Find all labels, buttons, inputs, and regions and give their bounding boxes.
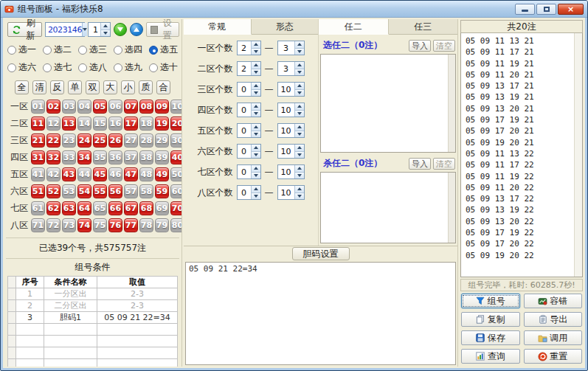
spin-up-icon[interactable] <box>252 145 260 152</box>
组号-button[interactable]: 组号 <box>461 294 520 308</box>
number-ball-41[interactable]: 41 <box>31 167 45 181</box>
spin-up-icon[interactable] <box>295 186 304 193</box>
number-ball-72[interactable]: 72 <box>46 218 60 232</box>
ren-textarea[interactable] <box>320 54 456 153</box>
number-ball-63[interactable]: 63 <box>62 201 76 215</box>
number-ball-32[interactable]: 32 <box>46 150 60 164</box>
number-ball-74[interactable]: 74 <box>77 218 91 232</box>
play-option-选二[interactable]: 选二 <box>43 44 72 56</box>
play-option-选四[interactable]: 选四 <box>114 44 142 56</box>
spin-down-icon[interactable] <box>295 111 304 117</box>
number-ball-75[interactable]: 75 <box>93 218 107 232</box>
number-ball-22[interactable]: 22 <box>46 134 60 148</box>
number-ball-53[interactable]: 53 <box>62 184 76 198</box>
number-ball-50[interactable]: 50 <box>170 167 182 181</box>
spin-up-icon[interactable] <box>252 62 260 69</box>
spin-up-icon[interactable] <box>295 165 304 173</box>
condition-row[interactable]: 1一分区出2-3 <box>8 288 178 300</box>
number-ball-79[interactable]: 79 <box>155 218 169 232</box>
min-count-stepper[interactable]: 0 <box>237 103 261 117</box>
min-count-stepper[interactable]: 0 <box>237 144 261 159</box>
spin-down-icon[interactable] <box>252 49 260 55</box>
filter-button-清[interactable]: 清 <box>32 80 46 94</box>
spin-up-icon[interactable] <box>252 103 260 111</box>
import-button[interactable]: 导入 <box>409 158 431 170</box>
number-ball-03[interactable]: 03 <box>62 100 76 114</box>
refresh-button[interactable]: 刷新 <box>7 22 42 37</box>
chevron-down-icon[interactable] <box>82 23 87 36</box>
number-ball-24[interactable]: 24 <box>77 134 91 148</box>
zone-count-tab-常规[interactable]: 常规 <box>184 19 252 35</box>
min-count-stepper[interactable]: 0 <box>237 123 261 138</box>
play-option-选三[interactable]: 选三 <box>78 44 107 56</box>
spin-down-icon[interactable] <box>295 173 304 179</box>
number-ball-67[interactable]: 67 <box>124 201 138 215</box>
number-ball-37[interactable]: 37 <box>124 150 138 164</box>
number-ball-61[interactable]: 61 <box>31 201 45 215</box>
复制-button[interactable]: 复制 <box>461 312 520 327</box>
spin-up-icon[interactable] <box>295 145 304 152</box>
number-ball-28[interactable]: 28 <box>139 134 153 148</box>
number-ball-57[interactable]: 57 <box>124 184 138 198</box>
number-ball-38[interactable]: 38 <box>139 150 153 164</box>
spin-up-icon[interactable] <box>295 62 304 69</box>
spin-up-icon[interactable] <box>295 103 304 111</box>
min-count-stepper[interactable]: 2 <box>237 41 261 55</box>
number-ball-70[interactable]: 70 <box>170 201 182 215</box>
spin-down-icon[interactable] <box>295 49 304 55</box>
number-ball-29[interactable]: 29 <box>155 134 169 148</box>
spin-up-icon[interactable] <box>252 83 260 90</box>
容错-button[interactable]: 容错 <box>524 294 583 308</box>
ren-tab-任三[interactable]: 任三 <box>389 19 458 34</box>
spin-up-icon[interactable] <box>295 124 304 131</box>
spin-down-icon[interactable] <box>252 90 260 97</box>
number-ball-02[interactable]: 02 <box>46 100 60 114</box>
number-ball-14[interactable]: 14 <box>77 117 91 131</box>
spin-up-icon[interactable] <box>252 186 260 193</box>
number-ball-40[interactable]: 40 <box>170 150 182 164</box>
max-count-stepper[interactable]: 10 <box>277 144 305 159</box>
filter-button-全[interactable]: 全 <box>15 80 29 94</box>
max-count-stepper[interactable]: 10 <box>277 123 305 138</box>
number-ball-31[interactable]: 31 <box>31 150 45 164</box>
number-ball-47[interactable]: 47 <box>124 167 138 181</box>
titlebar[interactable]: 组号面板 - 福彩快乐8 × <box>1 1 587 18</box>
number-ball-16[interactable]: 16 <box>108 117 122 131</box>
max-count-stepper[interactable]: 10 <box>277 164 305 179</box>
play-option-选六[interactable]: 选六 <box>7 61 36 74</box>
spin-down-icon[interactable] <box>295 131 304 138</box>
number-ball-23[interactable]: 23 <box>62 134 76 148</box>
number-ball-10[interactable]: 10 <box>170 100 182 114</box>
number-ball-64[interactable]: 64 <box>77 201 91 215</box>
number-ball-51[interactable]: 51 <box>31 184 45 198</box>
filter-button-单[interactable]: 单 <box>68 80 82 94</box>
number-ball-54[interactable]: 54 <box>77 184 91 198</box>
spin-down-icon[interactable] <box>252 173 260 179</box>
max-count-stepper[interactable]: 3 <box>277 61 305 76</box>
number-ball-52[interactable]: 52 <box>46 184 60 198</box>
spin-down-icon[interactable] <box>295 90 304 97</box>
play-option-选七[interactable]: 选七 <box>43 61 72 74</box>
min-count-stepper[interactable]: 0 <box>237 185 261 200</box>
min-count-stepper[interactable]: 0 <box>237 82 261 97</box>
zone-count-tab-形态[interactable]: 形态 <box>252 19 319 34</box>
number-ball-04[interactable]: 04 <box>77 100 91 114</box>
number-ball-49[interactable]: 49 <box>155 167 169 181</box>
number-ball-15[interactable]: 15 <box>93 117 107 131</box>
number-ball-34[interactable]: 34 <box>77 150 91 164</box>
clear-button[interactable]: 清空 <box>433 158 455 170</box>
number-ball-56[interactable]: 56 <box>108 184 122 198</box>
max-count-stepper[interactable]: 10 <box>277 103 305 117</box>
spin-up-icon[interactable] <box>295 41 304 49</box>
number-ball-01[interactable]: 01 <box>31 100 45 114</box>
play-option-选八[interactable]: 选八 <box>78 61 107 74</box>
number-ball-33[interactable]: 33 <box>62 150 76 164</box>
min-count-stepper[interactable]: 0 <box>237 164 261 179</box>
filter-button-大[interactable]: 大 <box>103 80 117 94</box>
dan-textarea[interactable]: 05 09 21 22=34 <box>185 262 456 365</box>
ren-tab-任二[interactable]: 任二 <box>319 19 389 35</box>
condition-row[interactable]: 2二分区出2-3 <box>8 300 178 312</box>
number-ball-39[interactable]: 39 <box>155 150 169 164</box>
ren-textarea[interactable] <box>320 172 456 243</box>
number-ball-45[interactable]: 45 <box>93 167 107 181</box>
